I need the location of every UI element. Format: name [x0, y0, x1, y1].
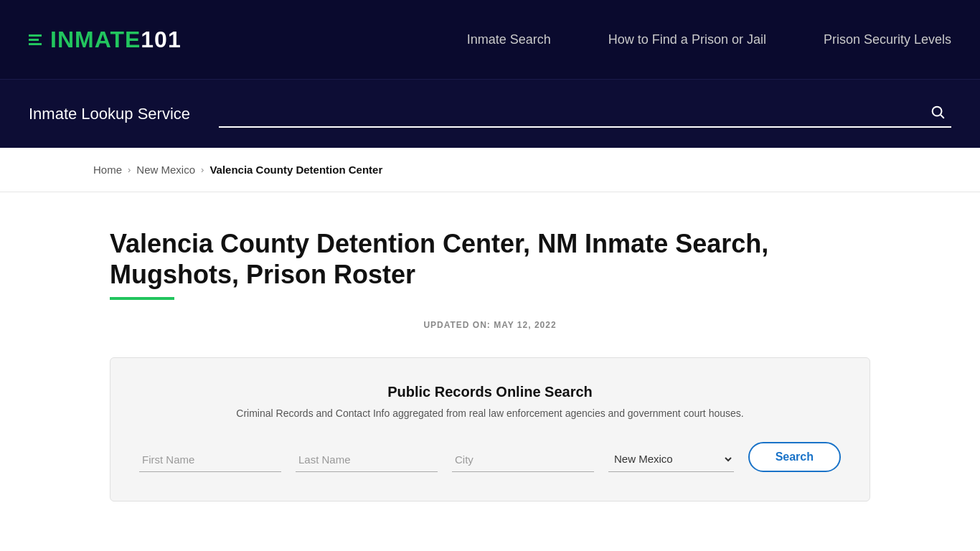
logo-suffix: 101 — [141, 27, 181, 52]
breadcrumb-bar: Home › New Mexico › Valencia County Dete… — [0, 148, 980, 192]
city-input[interactable] — [452, 448, 594, 472]
public-records-description: Criminal Records and Contact Info aggreg… — [139, 408, 841, 419]
logo-text: INMATE101 — [50, 27, 182, 53]
search-form-row: AlabamaAlaskaArizonaArkansasCaliforniaCo… — [139, 442, 841, 472]
public-records-box: Public Records Online Search Criminal Re… — [110, 357, 870, 501]
public-records-title: Public Records Online Search — [139, 384, 841, 400]
search-input[interactable] — [219, 100, 951, 128]
search-input-wrap — [219, 100, 951, 128]
breadcrumb-sep-1: › — [128, 164, 131, 175]
breadcrumb-state[interactable]: New Mexico — [136, 164, 195, 176]
state-select[interactable]: AlabamaAlaskaArizonaArkansasCaliforniaCo… — [608, 446, 734, 472]
first-name-input[interactable] — [139, 448, 281, 472]
title-underline — [110, 297, 174, 300]
svg-line-1 — [941, 115, 943, 118]
updated-text: UPDATED ON: MAY 12, 2022 — [110, 320, 870, 330]
search-section-label: Inmate Lookup Service — [29, 105, 190, 123]
logo-icon — [29, 34, 42, 45]
main-content: Valencia County Detention Center, NM Inm… — [81, 192, 899, 530]
breadcrumb: Home › New Mexico › Valencia County Dete… — [93, 164, 887, 176]
top-navigation: INMATE101 Inmate Search How to Find a Pr… — [0, 0, 980, 79]
city-field — [452, 448, 594, 472]
state-field: AlabamaAlaskaArizonaArkansasCaliforniaCo… — [608, 446, 734, 472]
nav-inmate-search[interactable]: Inmate Search — [467, 32, 551, 47]
last-name-field — [296, 448, 438, 472]
nav-how-to-find[interactable]: How to Find a Prison or Jail — [608, 32, 766, 47]
search-icon-button[interactable] — [927, 101, 948, 127]
breadcrumb-current: Valencia County Detention Center — [209, 164, 382, 176]
page-title: Valencia County Detention Center, NM Inm… — [110, 228, 870, 290]
search-form-button[interactable]: Search — [748, 442, 841, 472]
search-section: Inmate Lookup Service — [0, 79, 980, 148]
nav-security-levels[interactable]: Prison Security Levels — [824, 32, 951, 47]
logo-prefix: INMATE — [50, 27, 141, 52]
first-name-field — [139, 448, 281, 472]
breadcrumb-home[interactable]: Home — [93, 164, 122, 176]
last-name-input[interactable] — [296, 448, 438, 472]
logo[interactable]: INMATE101 — [29, 27, 182, 53]
nav-links: Inmate Search How to Find a Prison or Ja… — [467, 32, 951, 47]
breadcrumb-sep-2: › — [201, 164, 204, 175]
